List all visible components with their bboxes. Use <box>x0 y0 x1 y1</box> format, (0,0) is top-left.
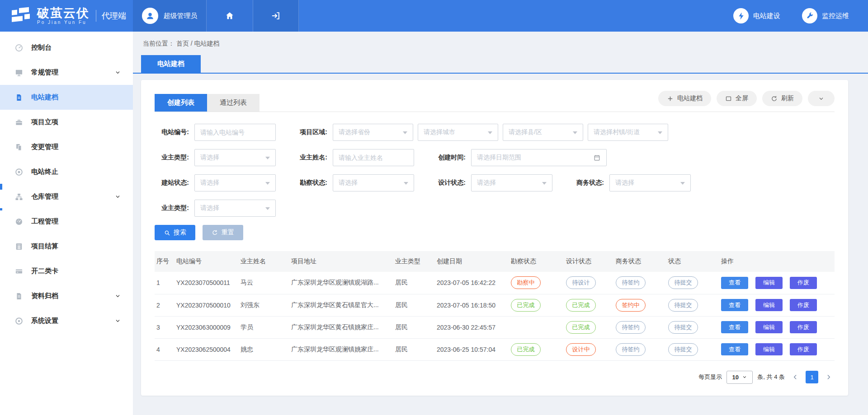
sidebar-item-label: 开二类卡 <box>31 267 58 275</box>
status-badge: 待签约 <box>616 343 646 356</box>
status-cell <box>509 316 564 338</box>
edit-row-button[interactable]: 编辑 <box>755 277 783 289</box>
create-date-cell: 2023-06-25 10:57:04 <box>435 338 509 360</box>
breadcrumb-path[interactable]: 首页 / 电站建档 <box>176 40 220 47</box>
view-row-button[interactable]: 查看 <box>721 343 748 355</box>
edit-row-button[interactable]: 编辑 <box>755 299 783 311</box>
page-number-1[interactable]: 1 <box>806 371 818 383</box>
create-time-range-picker[interactable]: 请选择日期范围 <box>471 149 607 166</box>
void-row-button[interactable]: 作废 <box>790 343 817 355</box>
briefcase-icon <box>14 118 24 127</box>
owner-type-cell: 居民 <box>393 316 435 338</box>
business-status-label: 商务状态: <box>570 179 604 187</box>
top-header: 破茧云伏 Po Jian Yun Fu 代理端 超级管理员 电站建设监控运维 <box>0 0 868 32</box>
status-badge: 勘察中 <box>511 276 541 289</box>
prev-page-button[interactable] <box>789 373 801 381</box>
sidebar-item-system-settings[interactable]: 系统设置 <box>0 308 133 333</box>
owner-name-input[interactable] <box>333 149 414 166</box>
status-cell: 待提交 <box>666 272 719 294</box>
sidebar-item-console[interactable]: 控制台 <box>0 35 133 60</box>
create-date-cell: 2023-07-05 16:42:22 <box>435 272 509 294</box>
owner-type-2-placeholder: 请选择 <box>200 204 219 212</box>
actions-cell: 查看编辑作废 <box>719 338 835 360</box>
project-address-cell: 广东深圳龙华区观澜镇观湖路... <box>289 272 393 294</box>
sidebar-item-engineering-mgmt[interactable]: 工程管理 <box>0 209 133 234</box>
design-status-select[interactable]: 请选择 <box>471 174 552 191</box>
reset-button[interactable]: 重置 <box>203 225 243 240</box>
tab-passed-list[interactable]: 通过列表 <box>207 94 259 112</box>
sidebar-scrollbar-thumb[interactable] <box>0 184 2 190</box>
void-row-button[interactable]: 作废 <box>790 277 817 289</box>
void-row-button[interactable]: 作废 <box>790 321 817 333</box>
sidebar-item-warehouse-mgmt[interactable]: 仓库管理 <box>0 184 133 209</box>
sidebar-item-station-stop[interactable]: 电站终止 <box>0 159 133 184</box>
sidebar-scrollbar-thumb-2[interactable] <box>0 208 2 210</box>
build-status-select[interactable]: 请选择 <box>194 174 276 191</box>
chevron-left-icon <box>792 373 799 381</box>
owner-type-select[interactable]: 请选择 <box>194 149 276 166</box>
caret-down-icon <box>265 157 270 162</box>
field-owner-name: 业主姓名: <box>293 149 414 166</box>
edit-row-button[interactable]: 编辑 <box>755 343 783 355</box>
sidebar-item-change-mgmt[interactable]: 变更管理 <box>0 135 133 159</box>
sidebar-item-data-archive[interactable]: 资料归档 <box>0 284 133 308</box>
refresh-button[interactable]: 刷新 <box>762 91 802 106</box>
survey-status-select[interactable]: 请选择 <box>333 174 414 191</box>
region-district-select[interactable]: 请选择县/区 <box>503 124 583 141</box>
tab-create-list[interactable]: 创建列表 <box>155 94 207 112</box>
avatar <box>142 8 158 24</box>
plus-icon <box>667 95 674 102</box>
home-icon <box>225 11 235 21</box>
caret-down-icon <box>488 131 492 136</box>
breadcrumb: 当前位置： 首页 / 电站建档 <box>143 40 868 48</box>
per-page-select[interactable]: 10 <box>726 371 753 384</box>
edit-row-button[interactable]: 编辑 <box>755 321 783 333</box>
dashboard-icon <box>14 217 24 226</box>
filter-panel: 电站编号: 项目区域: 请选择省份请选择城市请选择县/区请选择村镇/街道 业主类… <box>155 112 835 240</box>
sidebar-item-general-mgmt[interactable]: 常规管理 <box>0 60 133 85</box>
region-city-select[interactable]: 请选择城市 <box>418 124 498 141</box>
more-button[interactable] <box>808 91 835 106</box>
nav-station-build[interactable]: 电站建设 <box>733 8 780 23</box>
refresh-label: 刷新 <box>781 94 794 103</box>
station-no-input[interactable] <box>194 124 276 141</box>
home-button[interactable] <box>207 0 253 32</box>
view-row-button[interactable]: 查看 <box>721 321 748 333</box>
next-page-button[interactable] <box>823 373 835 381</box>
business-status-select[interactable]: 请选择 <box>609 174 691 191</box>
sidebar-item-open-card[interactable]: 开二类卡 <box>0 259 133 284</box>
page-tab-station-archive[interactable]: 电站建档 <box>141 55 201 73</box>
logo-title: 破茧云伏 <box>37 7 90 19</box>
region-selects: 请选择省份请选择城市请选择县/区请选择村镇/街道 <box>333 124 668 141</box>
logout-button[interactable] <box>253 0 299 32</box>
caret-down-icon <box>658 131 662 136</box>
status-badge: 待提交 <box>668 276 698 289</box>
region-province-select[interactable]: 请选择省份 <box>333 124 413 141</box>
header-nav-right: 电站建设监控运维 <box>733 0 868 32</box>
void-row-button[interactable]: 作废 <box>790 299 817 311</box>
project-address-cell: 广东深圳龙华区黄石镇姚家庄... <box>289 316 393 338</box>
field-owner-type-2: 业主类型: 请选择 <box>155 200 276 217</box>
add-station-button[interactable]: 电站建档 <box>658 91 711 106</box>
table-column-header: 状态 <box>666 251 719 272</box>
nav-monitor-ops[interactable]: 监控运维 <box>802 8 849 23</box>
total-count-label: 条, 共 4 条 <box>757 373 785 381</box>
owner-type-2-select[interactable]: 请选择 <box>194 200 276 217</box>
sidebar-item-project-setup[interactable]: 项目立项 <box>0 110 133 135</box>
view-row-button[interactable]: 查看 <box>721 299 748 311</box>
view-row-button[interactable]: 查看 <box>721 277 748 289</box>
search-button[interactable]: 搜索 <box>155 225 195 240</box>
nav-monitor-ops-label: 监控运维 <box>822 12 849 20</box>
table-column-header: 创建日期 <box>435 251 509 272</box>
fullscreen-button[interactable]: 全屏 <box>717 91 757 106</box>
owner-type-2-label: 业主类型: <box>155 204 189 212</box>
sidebar-item-station-archive[interactable]: 电站建档 <box>0 85 133 110</box>
region-street-select[interactable]: 请选择村镇/街道 <box>588 124 668 141</box>
user-menu[interactable]: 超级管理员 <box>133 0 207 32</box>
status-cell: 待签约 <box>614 338 666 360</box>
owner-type-cell: 居民 <box>393 294 435 316</box>
table-row: 3YX2023063000009学员广东深圳龙华区黄石镇姚家庄...居民2023… <box>155 316 835 338</box>
sidebar-item-project-settle[interactable]: 项目结算 <box>0 234 133 259</box>
sidebar-item-label: 变更管理 <box>31 143 58 151</box>
actions-cell: 查看编辑作废 <box>719 294 835 316</box>
